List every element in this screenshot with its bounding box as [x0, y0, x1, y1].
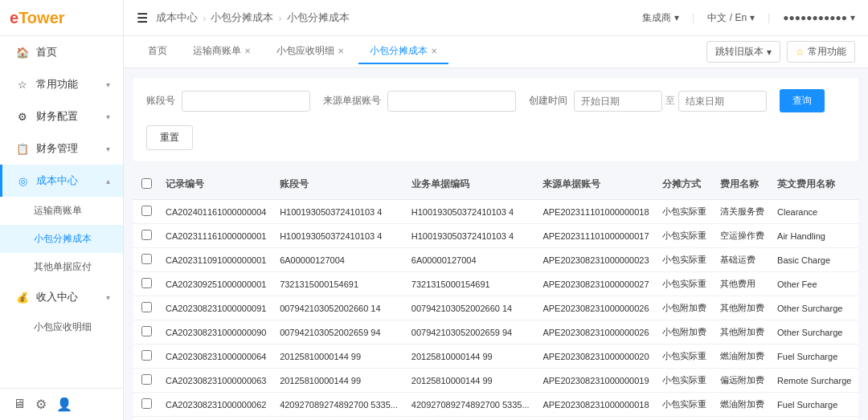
cell-cost-en: Remote Surcharge — [771, 369, 858, 393]
cell-cost-name: 空运操作费 — [714, 224, 771, 248]
content-area: 账段号 来源单据账号 创建时间 至 查询 重置 — [124, 68, 868, 420]
gear-icon: ⚙ — [15, 109, 30, 124]
settings-icon[interactable]: ⚙ — [35, 397, 47, 412]
sidebar-item-split-cost[interactable]: 小包分摊成本 — [0, 225, 123, 253]
cell-method: 小包实际重 — [656, 224, 713, 248]
chevron-down-icon: ▾ — [674, 12, 679, 23]
row-checkbox[interactable] — [141, 398, 152, 409]
chevron-down-icon: ▾ — [850, 12, 855, 23]
cell-cost-name: 燃油附加费 — [714, 393, 771, 417]
row-checkbox[interactable] — [141, 278, 152, 288]
cell-method: 小包附加费 — [656, 296, 713, 320]
menu-icon[interactable]: ☰ — [137, 10, 148, 26]
tab-bar: 首页 运输商账单 ✕ 小包应收明细 ✕ 小包分摊成本 ✕ 跳转旧版本 ▾ ☆ 常 — [124, 36, 868, 68]
user-info-btn[interactable]: ●●●●●●●●●●● ▾ — [783, 12, 855, 23]
breadcrumb-sep-2: › — [278, 12, 281, 24]
query-button[interactable]: 查询 — [780, 89, 825, 112]
cell-method: 小包实际重 — [656, 393, 713, 417]
cell-cost-name: 偏远附加费 — [714, 417, 771, 421]
cell-source: APE202308231000000023 — [536, 248, 656, 272]
integrator-btn[interactable]: 集成商 ▾ — [642, 11, 679, 25]
cell-source: APE202308231000000019 — [536, 369, 656, 393]
common-func-btn[interactable]: ☆ 常用功能 — [787, 41, 855, 63]
col-source: 来源单据账号 — [536, 169, 656, 200]
breadcrumb-item-2: 小包分摊成本 — [211, 10, 273, 25]
cell-account: 20125810000144 99 — [273, 369, 405, 393]
star-icon: ☆ — [15, 77, 30, 92]
date-start-input[interactable] — [574, 91, 662, 112]
cell-cost-en: Clearance — [771, 200, 858, 224]
date-end-input[interactable] — [678, 91, 767, 112]
chevron-down-icon: ▾ — [106, 145, 110, 153]
cell-cost-en: Basic Charge — [771, 248, 858, 272]
close-icon[interactable]: ✕ — [338, 47, 344, 55]
sidebar-item-transport-bill[interactable]: 运输商账单 — [0, 197, 123, 225]
star-icon: ☆ — [796, 47, 805, 58]
filter-input-account[interactable] — [182, 91, 310, 112]
row-checkbox[interactable] — [141, 206, 152, 216]
table-row: CA202308231000000090 007942103052002659 … — [133, 320, 858, 345]
monitor-icon[interactable]: 🖥 — [13, 397, 26, 412]
row-checkbox-cell — [133, 417, 159, 421]
filter-group-source: 来源单据账号 — [323, 91, 516, 112]
tab-split-cost[interactable]: 小包分摊成本 ✕ — [358, 39, 448, 64]
cell-record: CA202311161000000001 — [159, 224, 273, 248]
sidebar-item-cost-center[interactable]: ◎ 成本中心 ▴ — [0, 165, 123, 197]
main-content: ☰ 成本中心 › 小包分摊成本 › 小包分摊成本 集成商 ▾ | 中文 / En… — [124, 0, 868, 420]
tab-transport[interactable]: 运输商账单 ✕ — [182, 39, 262, 64]
cell-source: APE202308231000000026 — [536, 320, 656, 345]
table-row: CA202308231000000062 420927089274892700 … — [133, 393, 858, 417]
cell-cost-en: Other Fee — [771, 272, 858, 296]
sidebar-item-home[interactable]: 🏠 首页 — [0, 36, 123, 68]
cell-source: APE202311101000000017 — [536, 224, 656, 248]
sidebar-item-other-bill[interactable]: 其他单据应付 — [0, 253, 123, 281]
cell-cost-name: 其他附加费 — [714, 320, 771, 345]
row-checkbox[interactable] — [141, 374, 152, 385]
sidebar-item-common[interactable]: ☆ 常用功能 ▾ — [0, 68, 123, 100]
cell-cost-en: Other Surcharge — [771, 320, 858, 345]
sidebar-bottom: 🖥 ⚙ 👤 — [0, 388, 123, 420]
sidebar-item-finance-mgmt[interactable]: 📋 财务管理 ▾ — [0, 133, 123, 165]
table-row: CA202308231000000063 20125810000144 99 2… — [133, 369, 858, 393]
reset-button[interactable]: 重置 — [146, 125, 193, 150]
tab-home[interactable]: 首页 — [137, 39, 178, 64]
cell-record: CA202309251000000001 — [159, 272, 273, 296]
sidebar-item-finance-config[interactable]: ⚙ 财务配置 ▾ — [0, 100, 123, 133]
row-checkbox[interactable] — [141, 254, 152, 264]
close-icon[interactable]: ✕ — [431, 47, 437, 55]
top-header: ☰ 成本中心 › 小包分摊成本 › 小包分摊成本 集成商 ▾ | 中文 / En… — [124, 0, 868, 36]
row-checkbox[interactable] — [141, 230, 152, 240]
col-cost-en: 英文费用名称 — [771, 169, 858, 200]
row-checkbox[interactable] — [141, 326, 152, 336]
cell-cost-en: Air Handling — [771, 224, 858, 248]
row-checkbox[interactable] — [141, 350, 152, 361]
filter-label-account: 账段号 — [146, 94, 175, 108]
home-icon: 🏠 — [15, 45, 30, 59]
sidebar: eTower 🏠 首页 ☆ 常用功能 ▾ ⚙ 财务配置 ▾ 📋 财务管理 ▾ ◎ — [0, 0, 124, 420]
tab-actions: 跳转旧版本 ▾ ☆ 常用功能 — [706, 41, 855, 63]
switch-version-btn[interactable]: 跳转旧版本 ▾ — [706, 41, 780, 63]
language-btn[interactable]: 中文 / En ▾ — [707, 11, 755, 25]
cell-record: CA202308231000000064 — [159, 345, 273, 369]
col-method: 分摊方式 — [656, 169, 713, 200]
logo: eTower — [0, 0, 123, 36]
filter-input-source[interactable] — [387, 91, 516, 112]
chevron-down-icon: ▾ — [750, 12, 755, 23]
row-checkbox-cell — [133, 320, 159, 345]
filter-group-account: 账段号 — [146, 91, 310, 112]
close-icon[interactable]: ✕ — [244, 47, 251, 55]
cell-account: 7321315000154691 — [273, 272, 405, 296]
user-icon[interactable]: 👤 — [56, 397, 72, 412]
cell-method: 小包实际重 — [656, 248, 713, 272]
cell-account: H100193050372410103 4 — [273, 224, 405, 248]
sidebar-item-parcel-detail[interactable]: 小包应收明细 — [0, 313, 123, 341]
sidebar-item-revenue-center[interactable]: 💰 收入中心 ▾ — [0, 281, 123, 313]
cell-method: 小包实际重 — [656, 369, 713, 393]
select-all-checkbox[interactable] — [141, 178, 152, 189]
chevron-down-icon: ▾ — [767, 47, 772, 58]
cell-source: APE202311101000000018 — [536, 200, 656, 224]
tab-parcel-receive[interactable]: 小包应收明细 ✕ — [265, 39, 355, 64]
cell-account: 20125810000144 99 — [273, 345, 405, 369]
row-checkbox[interactable] — [141, 302, 152, 312]
breadcrumb-item-1: 成本中心 — [156, 10, 198, 25]
